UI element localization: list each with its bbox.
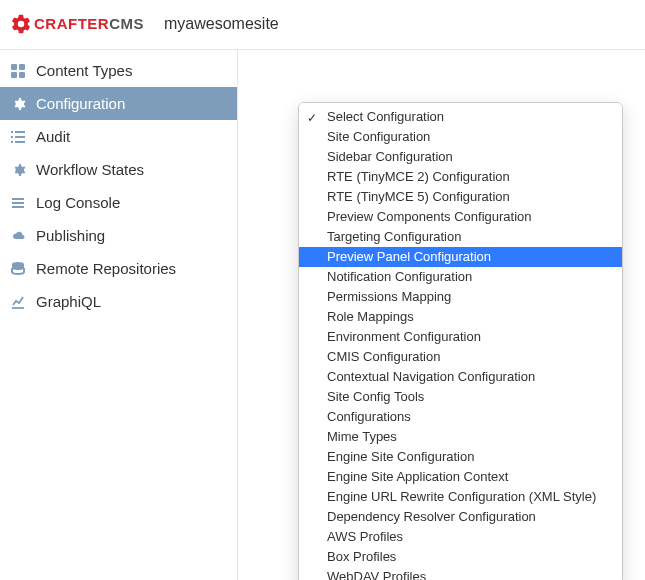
svg-rect-9 (15, 141, 25, 143)
dropdown-option-label: Engine Site Configuration (327, 448, 474, 466)
sidebar-item-label: Workflow States (36, 161, 144, 178)
dropdown-option[interactable]: Configurations (299, 407, 622, 427)
svg-rect-6 (11, 136, 13, 138)
dropdown-option-label: Dependency Resolver Configuration (327, 508, 536, 526)
list-icon (10, 129, 26, 145)
dropdown-option-label: Environment Configuration (327, 328, 481, 346)
dropdown-option[interactable]: Contextual Navigation Configuration (299, 367, 622, 387)
sidebar-item-audit[interactable]: Audit (0, 120, 237, 153)
dropdown-option[interactable]: RTE (TinyMCE 5) Configuration (299, 187, 622, 207)
svg-rect-7 (15, 136, 25, 138)
dropdown-option-label: Role Mappings (327, 308, 414, 326)
svg-rect-0 (11, 64, 17, 70)
dropdown-option[interactable]: WebDAV Profiles (299, 567, 622, 580)
sidebar-item-label: Log Console (36, 194, 120, 211)
logo-text: CRAFTERCMS (34, 15, 144, 32)
svg-rect-10 (12, 198, 24, 200)
dropdown-option[interactable]: Role Mappings (299, 307, 622, 327)
sidebar-item-log-console[interactable]: Log Console (0, 186, 237, 219)
dropdown-option-label: Site Configuration (327, 128, 430, 146)
dropdown-option-label: RTE (TinyMCE 2) Configuration (327, 168, 510, 186)
dropdown-option-label: Sidebar Configuration (327, 148, 453, 166)
dropdown-option-label: Permissions Mapping (327, 288, 451, 306)
dropdown-option[interactable]: AWS Profiles (299, 527, 622, 547)
dropdown-option[interactable]: Environment Configuration (299, 327, 622, 347)
gear-icon (10, 162, 26, 178)
site-name: myawesomesite (164, 15, 279, 33)
dropdown-option-label: AWS Profiles (327, 528, 403, 546)
sidebar-item-label: Publishing (36, 227, 105, 244)
chart-icon (10, 294, 26, 310)
dropdown-option-label: WebDAV Profiles (327, 568, 426, 580)
header: CRAFTERCMS myawesomesite (0, 0, 645, 50)
sidebar-item-label: Remote Repositories (36, 260, 176, 277)
gear-icon (10, 96, 26, 112)
log-icon (10, 195, 26, 211)
dropdown-option[interactable]: Engine Site Configuration (299, 447, 622, 467)
dropdown-option[interactable]: Sidebar Configuration (299, 147, 622, 167)
dropdown-option-label: Select Configuration (327, 108, 444, 126)
sidebar-item-label: Configuration (36, 95, 125, 112)
sidebar-item-publishing[interactable]: Publishing (0, 219, 237, 252)
dropdown-option[interactable]: CMIS Configuration (299, 347, 622, 367)
database-icon (10, 261, 26, 277)
gear-logo-icon (10, 13, 32, 35)
dropdown-option-label: Preview Components Configuration (327, 208, 532, 226)
dropdown-option-label: Engine URL Rewrite Configuration (XML St… (327, 488, 596, 506)
sidebar-item-graphiql[interactable]: GraphiQL (0, 285, 237, 318)
dropdown-option[interactable]: RTE (TinyMCE 2) Configuration (299, 167, 622, 187)
svg-rect-12 (12, 206, 24, 208)
svg-rect-4 (11, 131, 13, 133)
svg-rect-8 (11, 141, 13, 143)
dropdown-option[interactable]: Site Config Tools (299, 387, 622, 407)
logo[interactable]: CRAFTERCMS (10, 13, 144, 35)
grid-icon (10, 63, 26, 79)
dropdown-option-label: Site Config Tools (327, 388, 424, 406)
svg-rect-1 (19, 64, 25, 70)
dropdown-option-label: Configurations (327, 408, 411, 426)
dropdown-option[interactable]: Site Configuration (299, 127, 622, 147)
dropdown-option[interactable]: Engine URL Rewrite Configuration (XML St… (299, 487, 622, 507)
dropdown-option-label: Contextual Navigation Configuration (327, 368, 535, 386)
dropdown-option[interactable]: Targeting Configuration (299, 227, 622, 247)
dropdown-option[interactable]: Preview Panel Configuration (299, 247, 622, 267)
dropdown-option[interactable]: Dependency Resolver Configuration (299, 507, 622, 527)
sidebar-item-workflow-states[interactable]: Workflow States (0, 153, 237, 186)
sidebar-item-content-types[interactable]: Content Types (0, 54, 237, 87)
svg-rect-11 (12, 202, 24, 204)
dropdown-option-label: Targeting Configuration (327, 228, 461, 246)
dropdown-option[interactable]: ✓Select Configuration (299, 107, 622, 127)
main-content: ✓Select ConfigurationSite ConfigurationS… (238, 50, 645, 580)
sidebar-item-label: Audit (36, 128, 70, 145)
sidebar: Content TypesConfigurationAuditWorkflow … (0, 50, 238, 580)
dropdown-option-label: Engine Site Application Context (327, 468, 508, 486)
dropdown-option[interactable]: Notification Configuration (299, 267, 622, 287)
svg-rect-2 (11, 72, 17, 78)
dropdown-option-label: Notification Configuration (327, 268, 472, 286)
dropdown-option[interactable]: Mime Types (299, 427, 622, 447)
cloud-icon (10, 228, 26, 244)
svg-rect-5 (15, 131, 25, 133)
dropdown-option-label: CMIS Configuration (327, 348, 440, 366)
sidebar-item-remote-repositories[interactable]: Remote Repositories (0, 252, 237, 285)
dropdown-option-label: Box Profiles (327, 548, 396, 566)
dropdown-option-label: RTE (TinyMCE 5) Configuration (327, 188, 510, 206)
dropdown-option-label: Preview Panel Configuration (327, 248, 491, 266)
dropdown-option-label: Mime Types (327, 428, 397, 446)
dropdown-option[interactable]: Permissions Mapping (299, 287, 622, 307)
svg-rect-3 (19, 72, 25, 78)
sidebar-item-label: Content Types (36, 62, 132, 79)
sidebar-item-configuration[interactable]: Configuration (0, 87, 237, 120)
dropdown-option[interactable]: Engine Site Application Context (299, 467, 622, 487)
configuration-dropdown[interactable]: ✓Select ConfigurationSite ConfigurationS… (298, 102, 623, 580)
sidebar-item-label: GraphiQL (36, 293, 101, 310)
check-icon: ✓ (307, 109, 317, 127)
dropdown-option[interactable]: Preview Components Configuration (299, 207, 622, 227)
dropdown-option[interactable]: Box Profiles (299, 547, 622, 567)
